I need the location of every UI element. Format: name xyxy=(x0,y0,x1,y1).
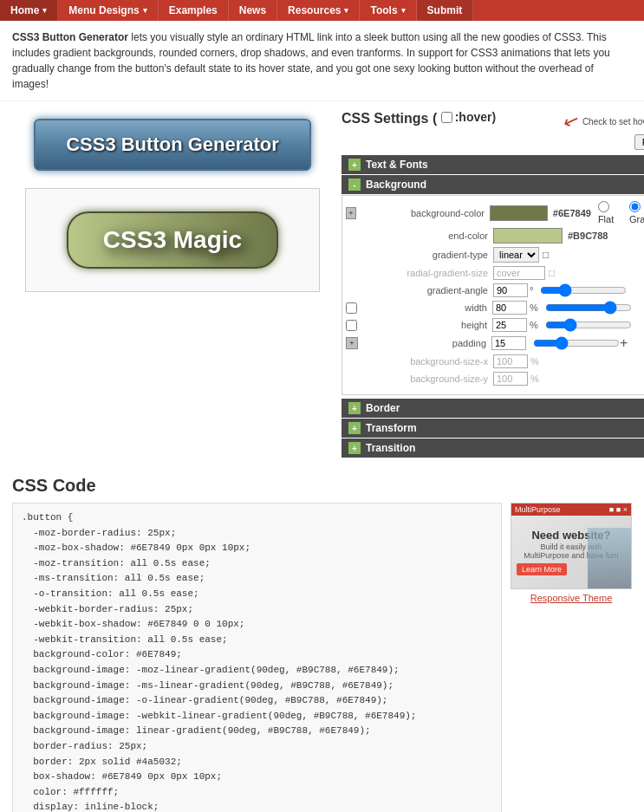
width-percent: % xyxy=(530,302,538,313)
padding-row: + padding + xyxy=(346,335,644,351)
nav-tools[interactable]: Tools ▾ xyxy=(360,0,416,21)
text-fonts-toggle[interactable]: + xyxy=(348,159,361,171)
bg-color-swatch[interactable] xyxy=(490,205,548,221)
left-panel: CSS3 Button Generator CSS3 Magic xyxy=(12,110,333,458)
bg-size-y-percent: % xyxy=(530,374,539,384)
nav-examples[interactable]: Examples xyxy=(159,0,229,21)
gradient-angle-row: gradient-angle ° xyxy=(346,283,644,297)
section-transform[interactable]: + Transform xyxy=(342,419,644,438)
reset-button[interactable]: Reset xyxy=(634,134,644,150)
gradient-angle-input[interactable] xyxy=(493,283,528,297)
transition-label: Transition xyxy=(366,442,415,454)
top-button-label: CSS3 Button Generator xyxy=(66,133,279,156)
background-label: Background xyxy=(366,179,426,191)
end-color-swatch[interactable] xyxy=(493,228,563,244)
radial-icon: □ xyxy=(549,267,555,279)
nav-resources-arrow: ▾ xyxy=(344,6,348,15)
bg-expand-icon[interactable]: + xyxy=(346,207,356,219)
gradient-radio-label[interactable]: Gradient xyxy=(629,201,644,224)
gradient-angle-slider[interactable] xyxy=(540,283,627,297)
width-input[interactable] xyxy=(492,301,527,315)
nav-menu-designs-arrow: ▾ xyxy=(143,6,147,15)
height-percent: % xyxy=(530,320,538,330)
hover-checkbox[interactable] xyxy=(441,112,452,123)
height-slider[interactable] xyxy=(545,318,632,332)
nav-menu-designs-label: Menu Designs xyxy=(68,4,139,16)
transform-label: Transform xyxy=(366,422,417,434)
section-border[interactable]: + Border xyxy=(342,399,644,418)
ad-link[interactable]: Responsive Theme xyxy=(511,593,632,603)
css-code-section: CSS Code .button { -moz-border-radius: 2… xyxy=(0,467,644,812)
css-code-block[interactable]: .button { -moz-border-radius: 25px; -moz… xyxy=(12,503,502,812)
gradient-angle-label: gradient-angle xyxy=(363,285,493,296)
bg-size-x-row: background-size-x % xyxy=(346,354,644,368)
top-button-preview[interactable]: CSS3 Button Generator xyxy=(34,119,311,171)
end-color-value: #B9C788 xyxy=(568,231,608,241)
bg-size-x-input[interactable] xyxy=(493,354,528,368)
gradient-type-row: gradient-type linear radial □ xyxy=(346,247,644,263)
section-transition[interactable]: + Transition xyxy=(342,438,644,458)
height-input[interactable] xyxy=(492,318,527,332)
ad-image: MultiPurpose ■ ■ × Need website? Build i… xyxy=(511,503,632,589)
gradient-type-radio: Flat Gradient xyxy=(598,201,644,224)
ad-header-text: MultiPurpose xyxy=(515,505,561,514)
nav-news-label: News xyxy=(239,4,266,16)
bg-size-x-label: background-size-x xyxy=(363,356,493,367)
radial-size-input[interactable] xyxy=(493,266,545,280)
height-checkbox[interactable] xyxy=(346,320,357,331)
nav-examples-label: Examples xyxy=(169,4,218,16)
code-area-wrap: .button { -moz-border-radius: 25px; -moz… xyxy=(12,503,632,812)
hover-hint-row: ↙ Check to set hover style xyxy=(563,110,644,133)
ad-header-icons: ■ ■ × xyxy=(609,505,628,514)
gradient-radio[interactable] xyxy=(629,201,641,212)
height-label: height xyxy=(362,320,492,330)
height-row: height % xyxy=(346,318,644,332)
background-toggle[interactable]: - xyxy=(348,179,361,191)
gradient-type-icon: □ xyxy=(543,249,549,261)
end-color-label: end-color xyxy=(363,231,493,241)
bg-color-value: #6E7849 xyxy=(553,208,591,218)
nav-tools-label: Tools xyxy=(370,4,397,16)
transition-toggle[interactable]: + xyxy=(348,442,361,454)
nav-submit-label: Submit xyxy=(427,4,463,16)
gradient-type-select[interactable]: linear radial xyxy=(493,247,539,263)
width-slider[interactable] xyxy=(545,301,632,315)
radial-size-row: radial-gradient-size □ xyxy=(346,266,644,280)
width-label: width xyxy=(362,302,492,313)
section-text-fonts[interactable]: + Text & Fonts xyxy=(342,155,644,174)
flat-radio-label[interactable]: Flat xyxy=(598,201,622,224)
settings-header: CSS Settings ( :hover) ↙ Check to set ho… xyxy=(342,110,644,150)
transform-toggle[interactable]: + xyxy=(348,422,361,434)
padding-input[interactable] xyxy=(491,336,526,350)
nav-resources[interactable]: Resources ▾ xyxy=(277,0,360,21)
bg-size-y-input[interactable] xyxy=(493,372,528,386)
flat-radio[interactable] xyxy=(598,201,609,212)
padding-slider[interactable] xyxy=(533,336,620,350)
ad-content: Need website? Build it easily with Multi… xyxy=(511,516,631,588)
nav-home[interactable]: Home ▾ xyxy=(0,0,58,21)
nav-news[interactable]: News xyxy=(229,0,277,21)
padding-expand[interactable]: + xyxy=(346,337,358,349)
bottom-button-wrap: CSS3 Magic xyxy=(25,188,320,292)
hover-hint-area: ↙ Check to set hover style Reset xyxy=(563,110,644,150)
ad-cta-button[interactable]: Learn More xyxy=(517,563,567,575)
hover-hint-text: Check to set hover style xyxy=(582,117,644,127)
padding-plus-btn[interactable]: + xyxy=(620,335,628,351)
border-toggle[interactable]: + xyxy=(348,402,361,414)
section-background[interactable]: - Background xyxy=(342,175,644,194)
arrow-hint-icon: ↙ xyxy=(560,108,582,135)
intro-bold: CSS3 Button Generator xyxy=(12,31,128,43)
bg-color-row: + background-color #6E7849 Flat Gradient xyxy=(346,201,644,224)
css-settings-title: CSS Settings ( :hover) xyxy=(342,110,496,127)
border-label: Border xyxy=(366,402,400,414)
nav-home-arrow: ▾ xyxy=(42,6,47,15)
ad-block: MultiPurpose ■ ■ × Need website? Build i… xyxy=(511,503,632,812)
nav-menu-designs[interactable]: Menu Designs ▾ xyxy=(58,0,158,21)
end-color-row: end-color #B9C788 xyxy=(346,228,644,244)
nav-submit[interactable]: Submit xyxy=(417,0,474,21)
ad-person-image xyxy=(588,528,631,588)
bottom-button-preview[interactable]: CSS3 Magic xyxy=(67,211,278,269)
width-checkbox[interactable] xyxy=(346,302,357,314)
main-area: CSS3 Button Generator CSS3 Magic CSS Set… xyxy=(0,101,644,467)
settings-title-text: CSS Settings ( xyxy=(342,111,437,126)
